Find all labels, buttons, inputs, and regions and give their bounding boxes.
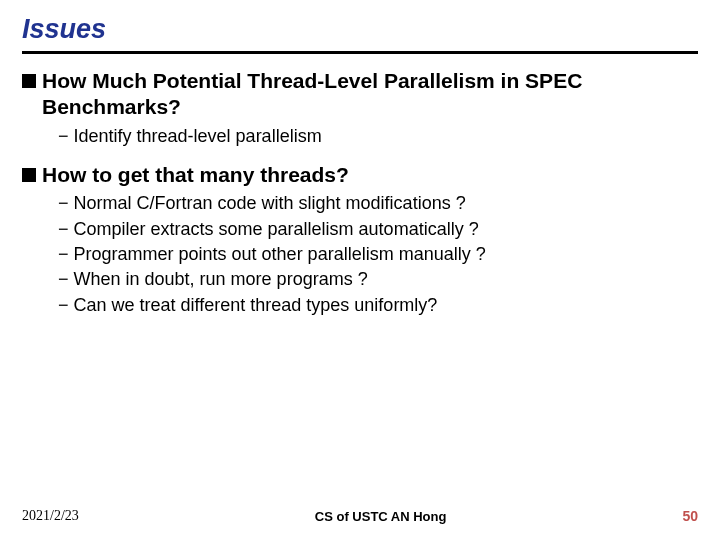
bullet-1: How Much Potential Thread-Level Parallel…	[22, 68, 698, 121]
slide-content: How Much Potential Thread-Level Parallel…	[22, 68, 698, 317]
dash-icon: −	[58, 192, 69, 215]
sub-item-text: When in doubt, run more programs ?	[74, 268, 368, 291]
footer-course: CS of USTC AN Hong	[79, 509, 683, 524]
sub-item-text: Compiler extracts some parallelism autom…	[74, 218, 479, 241]
footer-page-number: 50	[682, 508, 698, 524]
dash-icon: −	[58, 125, 69, 148]
bullet-2-text: How to get that many threads?	[42, 162, 349, 188]
dash-icon: −	[58, 243, 69, 266]
sub-item: − Programmer points out other parallelis…	[58, 243, 698, 266]
sub-item-text: Normal C/Fortran code with slight modifi…	[74, 192, 466, 215]
slide-footer: 2021/2/23 CS of USTC AN Hong 50	[0, 508, 720, 524]
bullet-2-sub: − Normal C/Fortran code with slight modi…	[58, 192, 698, 317]
slide: Issues How Much Potential Thread-Level P…	[0, 0, 720, 540]
slide-title: Issues	[22, 14, 698, 45]
dash-icon: −	[58, 294, 69, 317]
bullet-2: How to get that many threads?	[22, 162, 698, 188]
bullet-1-text: How Much Potential Thread-Level Parallel…	[42, 68, 698, 121]
sub-item-text: Programmer points out other parallelism …	[74, 243, 486, 266]
sub-item: − Identify thread-level parallelism	[58, 125, 698, 148]
sub-item: − Can we treat different thread types un…	[58, 294, 698, 317]
footer-date: 2021/2/23	[22, 508, 79, 524]
dash-icon: −	[58, 268, 69, 291]
dash-icon: −	[58, 218, 69, 241]
sub-item: − Compiler extracts some parallelism aut…	[58, 218, 698, 241]
square-bullet-icon	[22, 74, 36, 88]
sub-item: − Normal C/Fortran code with slight modi…	[58, 192, 698, 215]
sub-item-text: Identify thread-level parallelism	[74, 125, 322, 148]
square-bullet-icon	[22, 168, 36, 182]
title-rule	[22, 51, 698, 54]
sub-item: − When in doubt, run more programs ?	[58, 268, 698, 291]
sub-item-text: Can we treat different thread types unif…	[74, 294, 438, 317]
bullet-1-sub: − Identify thread-level parallelism	[58, 125, 698, 148]
